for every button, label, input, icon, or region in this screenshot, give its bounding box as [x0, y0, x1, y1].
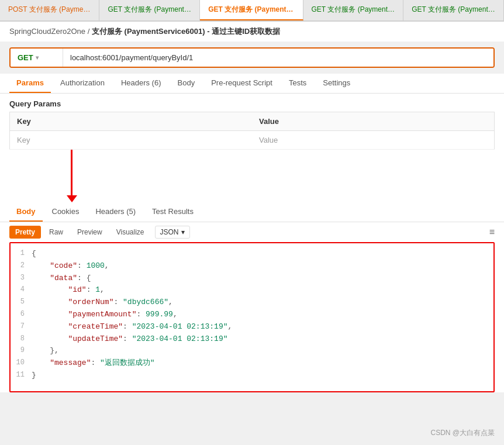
json-line-11: 11 }	[11, 370, 484, 382]
json-line-5: 5 "orderNum": "dbydc666",	[11, 296, 484, 309]
json-content-1: {	[32, 248, 36, 260]
response-section: Body Cookies Headers (5) Test Results Pr…	[0, 202, 504, 392]
fmt-tab-pretty[interactable]: Pretty	[9, 226, 41, 239]
line-num-3: 3	[11, 272, 32, 285]
line-num-10: 10	[11, 357, 32, 370]
json-line-7: 7 "createTime": "2023-04-01 02:13:19",	[11, 321, 484, 333]
breadcrumb-sep: /	[88, 27, 92, 36]
top-tab-3[interactable]: GET 支付服务 (PaymentServic...	[200, 0, 303, 20]
req-tab-params[interactable]: Params	[9, 74, 51, 93]
top-tab-5[interactable]: GET 支付服务 (PaymentServic...	[403, 0, 504, 20]
line-num-5: 5	[11, 296, 32, 309]
json-body: 1 { 2 "code": 1000, 3 "data": { 4 "id": …	[9, 242, 495, 392]
res-tab-headers[interactable]: Headers (5)	[88, 202, 143, 222]
json-line-4: 4 "id": 1,	[11, 284, 484, 296]
json-line-2: 2 "code": 1000,	[11, 260, 484, 272]
req-tab-settings[interactable]: Settings	[316, 74, 357, 93]
col-header-value: Value	[252, 112, 495, 131]
fmt-tab-preview[interactable]: Preview	[71, 226, 108, 239]
query-params-label: Query Params	[0, 94, 504, 112]
res-tab-cookies[interactable]: Cookies	[45, 202, 87, 222]
breadcrumb-current: 支付服务 (PaymentService6001) - 通过主键ID获取数据	[92, 27, 280, 36]
json-line-8: 8 "updateTime": "2023-04-01 02:13:19"	[11, 333, 484, 346]
line-num-1: 1	[11, 248, 32, 260]
res-tab-test-results[interactable]: Test Results	[145, 202, 201, 222]
json-line-10: 10 "message": "返回数据成功"	[11, 357, 484, 370]
table-row: Key Value	[10, 131, 495, 150]
json-line-6: 6 "paymentAmount": 999.99,	[11, 309, 484, 321]
param-value-cell[interactable]: Value	[252, 131, 495, 150]
response-tabs: Body Cookies Headers (5) Test Results	[0, 202, 504, 222]
res-tab-body[interactable]: Body	[9, 202, 43, 222]
req-tab-body[interactable]: Body	[171, 74, 202, 93]
line-num-4: 4	[11, 284, 32, 296]
col-header-key: Key	[10, 112, 253, 131]
json-line-9: 9 },	[11, 345, 484, 357]
json-format-chevron-icon: ▾	[181, 228, 185, 236]
line-num-8: 8	[11, 333, 32, 346]
json-line-1: 1 {	[11, 248, 484, 260]
line-num-9: 9	[11, 345, 32, 357]
top-tab-4[interactable]: GET 支付服务 (PaymentServic...	[303, 0, 404, 20]
json-line-3: 3 "data": {	[11, 272, 484, 285]
json-format-selector[interactable]: JSON ▾	[155, 226, 190, 239]
top-tab-1[interactable]: POST 支付服务 (PaymentServ...	[0, 0, 99, 20]
red-arrow-icon	[71, 150, 73, 196]
line-num-11: 11	[11, 370, 32, 382]
req-tab-headers[interactable]: Headers (6)	[114, 74, 168, 93]
json-format-label: JSON	[160, 228, 179, 236]
fmt-tab-visualize[interactable]: Visualize	[111, 226, 150, 239]
breadcrumb: SpringCloudZero2One / 支付服务 (PaymentServi…	[0, 22, 504, 42]
req-tab-authorization[interactable]: Authorization	[53, 74, 112, 93]
req-tab-tests[interactable]: Tests	[282, 74, 313, 93]
breadcrumb-root[interactable]: SpringCloudZero2One	[9, 27, 85, 36]
query-params-table: Key Value Key Value	[9, 112, 495, 150]
sort-icon[interactable]: ≡	[489, 227, 495, 237]
line-num-6: 6	[11, 309, 32, 321]
method-selector[interactable]: GET ▾	[11, 49, 63, 67]
top-tab-2[interactable]: GET 支付服务 (PaymentServic...	[99, 0, 200, 20]
method-chevron-icon: ▾	[36, 54, 39, 61]
url-bar: GET ▾	[9, 47, 495, 68]
line-num-7: 7	[11, 321, 32, 333]
url-input[interactable]	[63, 49, 493, 67]
req-tab-prerequest[interactable]: Pre-request Script	[204, 74, 279, 93]
fmt-tab-raw[interactable]: Raw	[43, 226, 69, 239]
body-format-tabs: Pretty Raw Preview Visualize JSON ▾ ≡	[0, 222, 504, 242]
line-num-2: 2	[11, 260, 32, 272]
top-tabs-bar: POST 支付服务 (PaymentServ... GET 支付服务 (Paym…	[0, 0, 504, 22]
arrow-indicator	[0, 150, 504, 202]
param-key-cell[interactable]: Key	[10, 131, 253, 150]
method-label: GET	[18, 53, 33, 62]
request-tabs: Params Authorization Headers (6) Body Pr…	[0, 74, 504, 94]
